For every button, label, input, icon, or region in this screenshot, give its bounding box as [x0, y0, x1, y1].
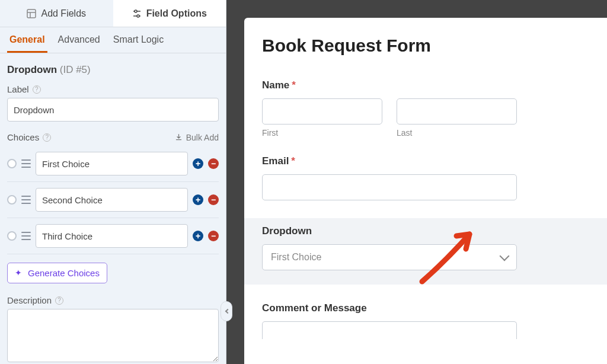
help-icon[interactable]: ? [43, 133, 51, 142]
choice-default-radio[interactable] [7, 231, 17, 241]
email-input[interactable] [262, 174, 517, 200]
sub-tab-advanced[interactable]: Advanced [56, 28, 103, 53]
add-choice-button[interactable]: + [193, 158, 203, 169]
comment-textarea[interactable] [262, 321, 517, 339]
choice-row: + − [7, 218, 219, 254]
choice-input[interactable] [36, 152, 188, 175]
label-heading: Label ? [7, 84, 219, 94]
field-comment[interactable]: Comment or Message [262, 302, 589, 339]
field-type-name: Dropdown [7, 64, 57, 75]
remove-choice-button[interactable]: − [208, 231, 219, 241]
field-label: Name* [262, 79, 589, 91]
tab-field-options-label: Field Options [146, 8, 207, 19]
field-name[interactable]: Name* First Last [262, 79, 589, 138]
description-textarea[interactable] [7, 309, 219, 362]
bulk-add-link[interactable]: Bulk Add [175, 133, 219, 142]
field-label: Dropdown [262, 225, 589, 237]
remove-choice-button[interactable]: − [208, 158, 219, 169]
choice-input[interactable] [36, 188, 188, 212]
drag-handle-icon[interactable] [21, 232, 31, 240]
canvas-area: Book Request Form Name* First Last Email… [226, 0, 607, 364]
choice-row: + − [7, 182, 219, 218]
tab-add-fields[interactable]: Add Fields [0, 0, 113, 27]
form-preview: Book Request Form Name* First Last Email… [244, 18, 607, 364]
last-sublabel: Last [397, 128, 517, 138]
panel-body: Dropdown (ID #5) Label ? Choices ? Bulk … [0, 53, 226, 364]
last-name-input[interactable] [397, 98, 517, 124]
sub-tab-general[interactable]: General [7, 28, 47, 53]
drag-handle-icon[interactable] [21, 159, 31, 168]
dropdown-value: First Choice [271, 252, 321, 263]
sub-tab-smart-logic[interactable]: Smart Logic [111, 28, 166, 53]
top-tabs: Add Fields Field Options [0, 0, 226, 27]
chevron-left-icon [225, 309, 229, 314]
choice-row: + − [7, 146, 219, 182]
first-sublabel: First [262, 128, 382, 138]
collapse-sidebar-handle[interactable] [221, 301, 232, 321]
sidebar-panel: Add Fields Field Options General Advance… [0, 0, 226, 364]
field-label: Comment or Message [262, 302, 589, 314]
field-dropdown-selected[interactable]: Dropdown First Choice [244, 218, 607, 285]
choice-default-radio[interactable] [7, 195, 17, 205]
help-icon[interactable]: ? [33, 85, 41, 94]
choice-input[interactable] [36, 224, 188, 248]
svg-rect-0 [27, 9, 36, 18]
field-label: Email* [262, 155, 589, 167]
tab-add-fields-label: Add Fields [41, 8, 86, 19]
add-choice-button[interactable]: + [193, 231, 203, 241]
dropdown-select[interactable]: First Choice [262, 244, 517, 270]
download-icon [175, 133, 183, 141]
sparkle-icon [15, 269, 23, 277]
layout-icon [27, 9, 36, 18]
choices-heading: Choices ? [7, 132, 51, 142]
svg-point-4 [135, 10, 137, 12]
first-name-input[interactable] [262, 98, 382, 124]
sliders-icon [132, 9, 142, 18]
svg-point-6 [137, 15, 139, 17]
sub-tabs: General Advanced Smart Logic [0, 27, 226, 53]
chevron-down-icon [500, 251, 510, 261]
description-heading: Description ? [7, 295, 219, 305]
field-email[interactable]: Email* [262, 155, 589, 200]
add-choice-button[interactable]: + [193, 194, 203, 205]
drag-handle-icon[interactable] [21, 196, 31, 204]
choices-header: Choices ? Bulk Add [7, 132, 219, 142]
help-icon[interactable]: ? [55, 296, 63, 305]
form-title: Book Request Form [262, 36, 589, 56]
field-id: (ID #5) [60, 64, 91, 75]
tab-field-options[interactable]: Field Options [113, 0, 226, 27]
remove-choice-button[interactable]: − [208, 194, 219, 205]
field-label-input[interactable] [7, 98, 219, 122]
choice-default-radio[interactable] [7, 159, 17, 168]
field-title: Dropdown (ID #5) [7, 64, 219, 76]
generate-choices-button[interactable]: Generate Choices [7, 263, 107, 283]
